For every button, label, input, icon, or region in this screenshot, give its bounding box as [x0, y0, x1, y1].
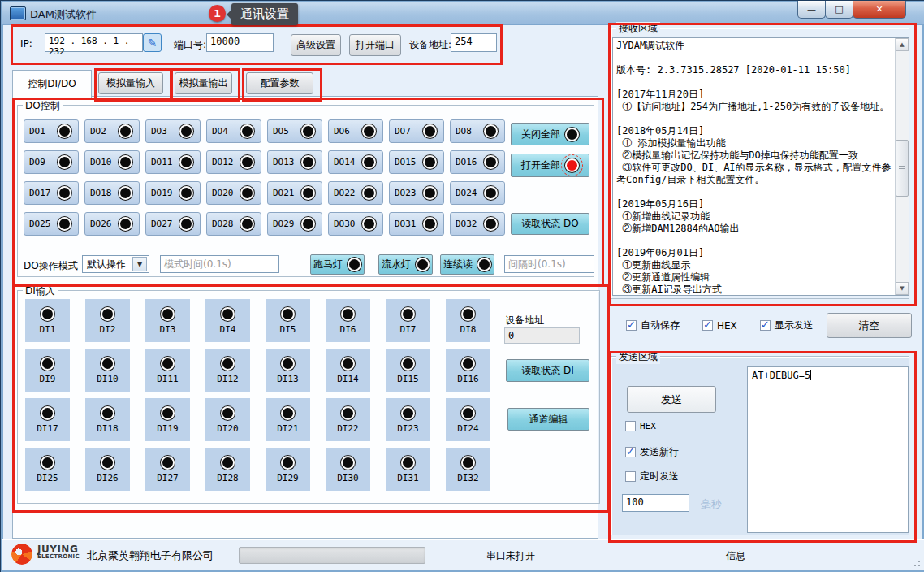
di-channel-di19[interactable]: DI19: [145, 398, 190, 441]
send-content-input[interactable]: AT+DEBUG=5: [747, 366, 909, 533]
do-channel-do25[interactable]: DO25: [24, 212, 79, 236]
di-channel-di10[interactable]: DI10: [85, 349, 130, 392]
do-channel-do7[interactable]: DO7: [389, 119, 444, 143]
do-channel-do4[interactable]: DO4: [206, 119, 261, 143]
do-channel-do24[interactable]: DO24: [450, 181, 505, 205]
do-channel-do23[interactable]: DO23: [389, 181, 444, 205]
do-channel-do31[interactable]: DO31: [389, 212, 444, 236]
close-button[interactable]: ✕: [853, 1, 906, 19]
do-channel-do5[interactable]: DO5: [267, 119, 322, 143]
do-channel-do15[interactable]: DO15: [389, 150, 444, 174]
scrollbar-thumb[interactable]: [896, 140, 909, 197]
di-channel-di31[interactable]: DI31: [386, 448, 430, 491]
di-channel-di2[interactable]: DI2: [85, 299, 130, 342]
di-channel-di3[interactable]: DI3: [145, 299, 190, 342]
flow-light-button[interactable]: 流水灯: [378, 254, 433, 275]
di-channel-di15[interactable]: DI15: [386, 349, 430, 392]
do-channel-do9[interactable]: DO9: [24, 150, 79, 174]
do-channel-do10[interactable]: DO10: [84, 150, 140, 174]
di-channel-di13[interactable]: DI13: [266, 349, 310, 392]
di-channel-di25[interactable]: DI25: [25, 448, 70, 491]
receive-scrollbar[interactable]: ▲ ▼: [895, 38, 909, 295]
tab-analog-output[interactable]: 模拟量输出: [175, 72, 232, 94]
di-channel-di23[interactable]: DI23: [386, 398, 430, 441]
do-channel-do1[interactable]: DO1: [24, 119, 79, 143]
port-input[interactable]: 10000: [206, 33, 274, 52]
do-channel-do30[interactable]: DO30: [328, 212, 383, 236]
marquee-button[interactable]: 跑马灯: [310, 254, 365, 275]
interval-time-input[interactable]: 间隔时(0.1s): [504, 255, 594, 273]
do-channel-do19[interactable]: DO19: [145, 181, 201, 205]
open-all-button[interactable]: 打开全部: [511, 154, 589, 177]
di-channel-di6[interactable]: DI6: [326, 299, 370, 342]
di-channel-di32[interactable]: DI32: [446, 448, 490, 491]
di-channel-di22[interactable]: DI22: [326, 398, 370, 441]
ip-edit-button[interactable]: ✎: [143, 33, 162, 52]
do-channel-do26[interactable]: DO26: [84, 212, 140, 236]
do-channel-do32[interactable]: DO32: [450, 212, 505, 236]
read-di-status-button[interactable]: 读取状态 DI: [506, 359, 589, 382]
di-channel-di28[interactable]: DI28: [205, 448, 250, 491]
di-channel-di17[interactable]: DI17: [25, 398, 70, 441]
di-channel-di1[interactable]: DI1: [25, 299, 70, 342]
do-channel-do22[interactable]: DO22: [328, 181, 383, 205]
di-device-address-input[interactable]: 0: [504, 327, 580, 344]
receive-checkbox-2[interactable]: 显示发送: [760, 318, 814, 332]
do-channel-do28[interactable]: DO28: [206, 212, 261, 236]
send-newline-checkbox[interactable]: 发送新行: [625, 445, 679, 459]
resize-grip[interactable]: [911, 557, 921, 567]
open-port-button[interactable]: 打开端口: [349, 34, 401, 56]
di-channel-di7[interactable]: DI7: [386, 299, 430, 342]
di-channel-di21[interactable]: DI21: [266, 398, 310, 441]
do-channel-do11[interactable]: DO11: [145, 150, 201, 174]
di-channel-di24[interactable]: DI24: [446, 398, 490, 441]
tab-analog-input[interactable]: 模拟量输入: [98, 72, 163, 94]
advanced-settings-button[interactable]: 高级设置: [291, 34, 341, 56]
di-channel-di12[interactable]: DI12: [205, 349, 250, 392]
do-mode-select[interactable]: 默认操作▼: [82, 255, 149, 273]
di-channel-di26[interactable]: DI26: [85, 448, 130, 491]
do-channel-do2[interactable]: DO2: [84, 119, 140, 143]
do-channel-do27[interactable]: DO27: [145, 212, 201, 236]
do-channel-do12[interactable]: DO12: [206, 150, 261, 174]
ip-input[interactable]: 192 . 168 . 1 . 232: [45, 33, 143, 52]
do-channel-do3[interactable]: DO3: [145, 119, 201, 143]
do-channel-do20[interactable]: DO20: [206, 181, 261, 205]
continuous-read-button[interactable]: 连续读: [440, 254, 494, 275]
scroll-up-icon[interactable]: ▲: [896, 38, 909, 51]
tab-control-di-do[interactable]: 控制DI/DO: [12, 70, 92, 98]
di-channel-di4[interactable]: DI4: [205, 299, 250, 342]
send-hex-checkbox[interactable]: HEX: [625, 421, 656, 431]
do-channel-do16[interactable]: DO16: [450, 150, 505, 174]
di-channel-di16[interactable]: DI16: [446, 349, 490, 392]
do-channel-do6[interactable]: DO6: [328, 119, 383, 143]
do-channel-do8[interactable]: DO8: [450, 119, 505, 143]
timed-interval-input[interactable]: 100: [622, 494, 689, 512]
do-channel-do21[interactable]: DO21: [267, 181, 322, 205]
di-channel-di29[interactable]: DI29: [266, 448, 310, 491]
maximize-button[interactable]: □: [825, 1, 853, 19]
mode-time-input[interactable]: 模式时间(0.1s): [160, 255, 279, 273]
di-channel-di8[interactable]: DI8: [446, 299, 490, 342]
di-channel-di20[interactable]: DI20: [205, 398, 250, 441]
di-channel-di27[interactable]: DI27: [145, 448, 190, 491]
do-channel-do18[interactable]: DO18: [84, 181, 140, 205]
read-do-status-button[interactable]: 读取状态 DO: [511, 213, 589, 235]
tab-config-params[interactable]: 配置参数: [246, 72, 313, 94]
receive-checkbox-1[interactable]: HEX: [702, 320, 737, 332]
channel-edit-button[interactable]: 通道编辑: [507, 408, 589, 431]
do-channel-do29[interactable]: DO29: [267, 212, 322, 236]
do-channel-do13[interactable]: DO13: [267, 150, 322, 174]
device-address-input[interactable]: 254: [451, 33, 497, 52]
di-channel-di11[interactable]: DI11: [145, 349, 190, 392]
do-channel-do14[interactable]: DO14: [328, 150, 383, 174]
receive-log[interactable]: JYDAM调试软件 版本号: 2.3.7315.28527 [2020-01-1…: [612, 37, 909, 296]
di-channel-di9[interactable]: DI9: [25, 349, 70, 392]
minimize-button[interactable]: —: [797, 1, 826, 19]
di-channel-di18[interactable]: DI18: [85, 398, 130, 441]
di-channel-di30[interactable]: DI30: [326, 448, 370, 491]
receive-checkbox-0[interactable]: 自动保存: [626, 318, 680, 332]
di-channel-di5[interactable]: DI5: [266, 299, 310, 342]
scroll-down-icon[interactable]: ▼: [896, 282, 909, 295]
do-channel-do17[interactable]: DO17: [24, 181, 79, 205]
